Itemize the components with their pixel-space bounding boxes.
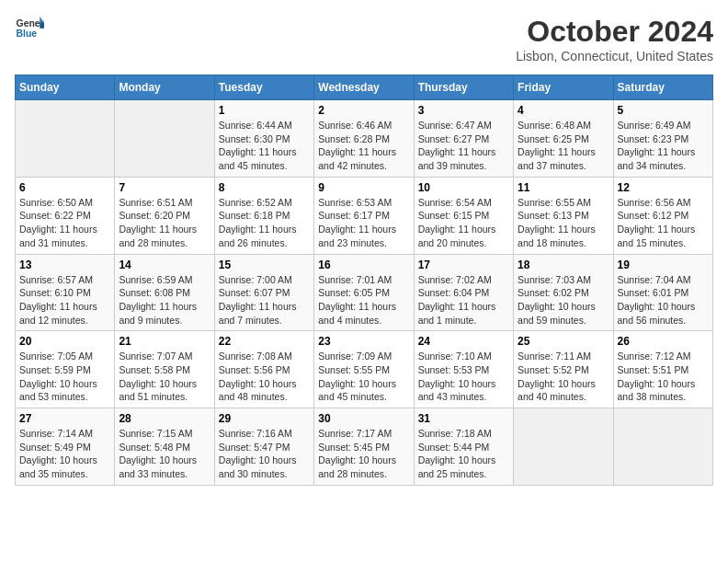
- day-number: 1: [219, 104, 310, 117]
- day-info: Sunrise: 6:44 AMSunset: 6:30 PMDaylight:…: [219, 119, 310, 173]
- day-info: Sunrise: 7:14 AMSunset: 5:49 PMDaylight:…: [19, 427, 110, 481]
- calendar-cell: 4Sunrise: 6:48 AMSunset: 6:25 PMDaylight…: [514, 100, 613, 178]
- calendar-cell: 12Sunrise: 6:56 AMSunset: 6:12 PMDayligh…: [613, 177, 712, 254]
- weekday-header-sunday: Sunday: [16, 75, 115, 100]
- calendar-cell: 27Sunrise: 7:14 AMSunset: 5:49 PMDayligh…: [16, 408, 115, 486]
- weekday-header-tuesday: Tuesday: [214, 75, 313, 100]
- day-info: Sunrise: 6:52 AMSunset: 6:18 PMDaylight:…: [219, 196, 310, 250]
- calendar-cell: 16Sunrise: 7:01 AMSunset: 6:05 PMDayligh…: [314, 254, 414, 331]
- day-info: Sunrise: 7:01 AMSunset: 6:05 PMDaylight:…: [318, 273, 409, 327]
- calendar-table: SundayMondayTuesdayWednesdayThursdayFrid…: [15, 75, 713, 486]
- day-info: Sunrise: 6:49 AMSunset: 6:23 PMDaylight:…: [618, 119, 709, 173]
- day-info: Sunrise: 7:15 AMSunset: 5:48 PMDaylight:…: [119, 427, 210, 481]
- day-number: 15: [219, 259, 310, 271]
- day-info: Sunrise: 7:16 AMSunset: 5:47 PMDaylight:…: [219, 427, 310, 481]
- weekday-header-wednesday: Wednesday: [314, 75, 414, 100]
- calendar-cell: 21Sunrise: 7:07 AMSunset: 5:58 PMDayligh…: [115, 331, 214, 408]
- day-number: 13: [19, 259, 110, 271]
- calendar-cell: [613, 408, 712, 486]
- day-info: Sunrise: 7:12 AMSunset: 5:51 PMDaylight:…: [618, 350, 709, 404]
- calendar-cell: 24Sunrise: 7:10 AMSunset: 5:53 PMDayligh…: [414, 331, 513, 408]
- day-number: 22: [219, 335, 310, 348]
- calendar-cell: 17Sunrise: 7:02 AMSunset: 6:04 PMDayligh…: [414, 254, 513, 331]
- svg-text:Blue: Blue: [17, 29, 38, 39]
- weekday-header-saturday: Saturday: [613, 75, 712, 100]
- day-number: 5: [618, 104, 709, 117]
- calendar-cell: 31Sunrise: 7:18 AMSunset: 5:44 PMDayligh…: [414, 408, 513, 486]
- calendar-cell: 20Sunrise: 7:05 AMSunset: 5:59 PMDayligh…: [16, 331, 115, 408]
- calendar-cell: 22Sunrise: 7:08 AMSunset: 5:56 PMDayligh…: [214, 331, 313, 408]
- calendar-cell: 8Sunrise: 6:52 AMSunset: 6:18 PMDaylight…: [214, 177, 313, 254]
- weekday-header-row: SundayMondayTuesdayWednesdayThursdayFrid…: [16, 75, 713, 100]
- day-number: 20: [19, 335, 110, 348]
- day-number: 12: [618, 181, 709, 194]
- calendar-cell: 2Sunrise: 6:46 AMSunset: 6:28 PMDaylight…: [314, 100, 414, 178]
- day-info: Sunrise: 7:07 AMSunset: 5:58 PMDaylight:…: [119, 350, 210, 404]
- day-number: 25: [518, 335, 609, 348]
- day-number: 21: [119, 335, 210, 348]
- day-number: 18: [518, 259, 609, 271]
- calendar-cell: 26Sunrise: 7:12 AMSunset: 5:51 PMDayligh…: [613, 331, 712, 408]
- day-number: 2: [318, 104, 409, 117]
- day-number: 26: [618, 335, 709, 348]
- calendar-cell: 28Sunrise: 7:15 AMSunset: 5:48 PMDayligh…: [115, 408, 214, 486]
- weekday-header-monday: Monday: [115, 75, 214, 100]
- logo-icon: General Blue: [15, 15, 44, 40]
- day-info: Sunrise: 6:48 AMSunset: 6:25 PMDaylight:…: [518, 119, 609, 173]
- calendar-week-4: 20Sunrise: 7:05 AMSunset: 5:59 PMDayligh…: [16, 331, 713, 408]
- day-info: Sunrise: 6:53 AMSunset: 6:17 PMDaylight:…: [318, 196, 409, 250]
- day-info: Sunrise: 6:54 AMSunset: 6:15 PMDaylight:…: [418, 196, 509, 250]
- day-number: 16: [318, 259, 409, 271]
- day-number: 9: [318, 181, 409, 194]
- day-number: 14: [119, 259, 210, 271]
- day-number: 8: [219, 181, 310, 194]
- day-number: 19: [618, 259, 709, 271]
- calendar-cell: 10Sunrise: 6:54 AMSunset: 6:15 PMDayligh…: [414, 177, 513, 254]
- day-number: 4: [518, 104, 609, 117]
- calendar-cell: 29Sunrise: 7:16 AMSunset: 5:47 PMDayligh…: [214, 408, 313, 486]
- day-info: Sunrise: 6:56 AMSunset: 6:12 PMDaylight:…: [618, 196, 709, 250]
- logo: General Blue: [15, 15, 44, 40]
- day-info: Sunrise: 6:59 AMSunset: 6:08 PMDaylight:…: [119, 273, 210, 327]
- day-number: 6: [19, 181, 110, 194]
- calendar-cell: [514, 408, 613, 486]
- day-number: 23: [318, 335, 409, 348]
- calendar-cell: 6Sunrise: 6:50 AMSunset: 6:22 PMDaylight…: [16, 177, 115, 254]
- calendar-cell: 9Sunrise: 6:53 AMSunset: 6:17 PMDaylight…: [314, 177, 414, 254]
- svg-marker-3: [40, 22, 44, 28]
- day-info: Sunrise: 7:17 AMSunset: 5:45 PMDaylight:…: [318, 427, 409, 481]
- calendar-cell: [16, 100, 115, 178]
- day-number: 11: [518, 181, 609, 194]
- weekday-header-thursday: Thursday: [414, 75, 513, 100]
- weekday-header-friday: Friday: [514, 75, 613, 100]
- calendar-cell: 15Sunrise: 7:00 AMSunset: 6:07 PMDayligh…: [214, 254, 313, 331]
- calendar-cell: 18Sunrise: 7:03 AMSunset: 6:02 PMDayligh…: [514, 254, 613, 331]
- day-info: Sunrise: 7:02 AMSunset: 6:04 PMDaylight:…: [418, 273, 509, 327]
- calendar-week-2: 6Sunrise: 6:50 AMSunset: 6:22 PMDaylight…: [16, 177, 713, 254]
- day-info: Sunrise: 7:11 AMSunset: 5:52 PMDaylight:…: [518, 350, 609, 404]
- day-info: Sunrise: 6:55 AMSunset: 6:13 PMDaylight:…: [518, 196, 609, 250]
- page-header: General Blue October 2024 Lisbon, Connec…: [15, 15, 713, 63]
- day-info: Sunrise: 7:00 AMSunset: 6:07 PMDaylight:…: [219, 273, 310, 327]
- day-info: Sunrise: 7:04 AMSunset: 6:01 PMDaylight:…: [618, 273, 709, 327]
- day-info: Sunrise: 6:47 AMSunset: 6:27 PMDaylight:…: [418, 119, 509, 173]
- day-info: Sunrise: 7:03 AMSunset: 6:02 PMDaylight:…: [518, 273, 609, 327]
- day-number: 10: [418, 181, 509, 194]
- calendar-cell: 3Sunrise: 6:47 AMSunset: 6:27 PMDaylight…: [414, 100, 513, 178]
- calendar-cell: 23Sunrise: 7:09 AMSunset: 5:55 PMDayligh…: [314, 331, 414, 408]
- calendar-cell: 19Sunrise: 7:04 AMSunset: 6:01 PMDayligh…: [613, 254, 712, 331]
- title-block: October 2024 Lisbon, Connecticut, United…: [516, 15, 713, 63]
- day-info: Sunrise: 7:10 AMSunset: 5:53 PMDaylight:…: [418, 350, 509, 404]
- day-number: 7: [119, 181, 210, 194]
- calendar-cell: [115, 100, 214, 178]
- day-number: 30: [318, 412, 409, 425]
- day-info: Sunrise: 6:50 AMSunset: 6:22 PMDaylight:…: [19, 196, 110, 250]
- day-info: Sunrise: 7:08 AMSunset: 5:56 PMDaylight:…: [219, 350, 310, 404]
- calendar-week-3: 13Sunrise: 6:57 AMSunset: 6:10 PMDayligh…: [16, 254, 713, 331]
- day-info: Sunrise: 7:18 AMSunset: 5:44 PMDaylight:…: [418, 427, 509, 481]
- calendar-cell: 7Sunrise: 6:51 AMSunset: 6:20 PMDaylight…: [115, 177, 214, 254]
- day-number: 24: [418, 335, 509, 348]
- calendar-cell: 11Sunrise: 6:55 AMSunset: 6:13 PMDayligh…: [514, 177, 613, 254]
- day-info: Sunrise: 7:09 AMSunset: 5:55 PMDaylight:…: [318, 350, 409, 404]
- calendar-week-1: 1Sunrise: 6:44 AMSunset: 6:30 PMDaylight…: [16, 100, 713, 178]
